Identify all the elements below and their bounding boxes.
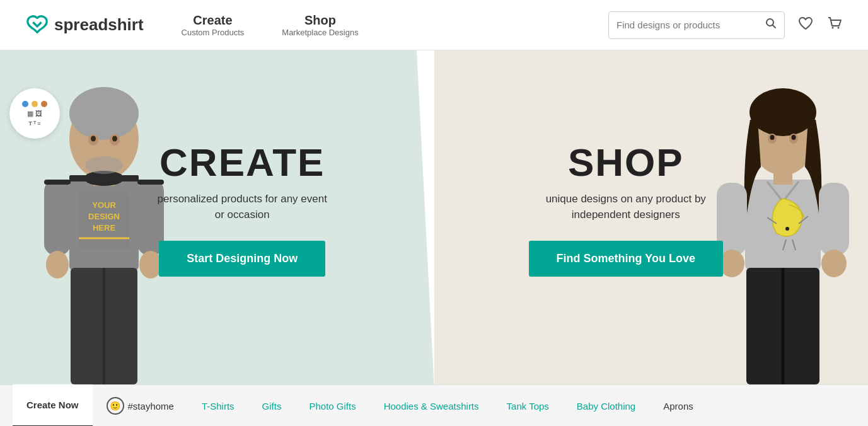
hero-shop-text: SHOP unique designs on any product byind… [529,140,723,277]
svg-line-1 [773,25,776,28]
color-dot-yellow [32,101,38,107]
search-input[interactable] [616,20,765,30]
svg-point-23 [91,136,96,142]
logo-icon [25,13,49,37]
hero-shop-title: SHOP [529,140,723,185]
nav-stayhome[interactable]: 🙂 #stayhome [93,384,188,426]
start-designing-button[interactable]: Start Designing Now [159,241,325,277]
hero-create-subtitle: personalized products for any eventor oc… [158,191,327,223]
cart-icon [826,16,843,31]
nav-shop-sub: Marketplace Designs [282,28,358,37]
widget-color-dots [22,101,47,107]
nav-create-sub: Custom Products [182,28,245,37]
svg-point-30 [749,88,816,136]
svg-point-35 [821,250,847,277]
widget-t1: T [28,120,32,127]
wishlist-button[interactable] [797,16,814,35]
svg-point-42 [785,227,789,231]
design-tool-widget: ▦ 🖼 T T ≡ [9,88,60,139]
svg-rect-26 [44,180,71,185]
smiley-icon: 🙂 [107,397,124,415]
svg-point-34 [719,250,744,277]
svg-point-46 [792,135,796,140]
widget-tool-icons: ▦ 🖼 [27,110,42,118]
hero-section: YOUR DESIGN HERE ▦ [0,50,868,384]
nav-hoodies[interactable]: Hoodies & Sweatshirts [370,384,493,426]
main-nav: Create Custom Products Shop Marketplace … [182,13,608,37]
hero-create-panel: YOUR DESIGN HERE ▦ [0,50,434,384]
svg-point-6 [69,87,139,140]
search-bar [608,11,785,39]
nav-baby-clothing[interactable]: Baby Clothing [563,384,649,426]
category-nav: Create Now 🙂 #stayhome T-Shirts Gifts Ph… [0,384,868,426]
svg-rect-33 [819,183,849,255]
nav-tank-tops[interactable]: Tank Tops [493,384,563,426]
svg-text:HERE: HERE [93,223,115,233]
svg-point-2 [832,26,834,28]
svg-point-10 [46,251,69,279]
hero-create-title: CREATE [158,140,327,185]
logo-text: spreadshirt [54,15,144,35]
svg-point-20 [85,156,123,174]
nav-create[interactable]: Create Custom Products [182,13,245,37]
svg-text:DESIGN: DESIGN [88,212,120,221]
stayhome-label: #stayhome [128,401,174,412]
svg-point-3 [838,26,840,28]
widget-lines: ≡ [37,120,40,127]
cart-button[interactable] [826,16,843,35]
logo[interactable]: spreadshirt [25,13,144,37]
heart-icon [797,16,814,31]
hero-shop-panel: SHOP unique designs on any product byind… [434,50,869,384]
widget-img-icon: 🖼 [35,110,42,118]
widget-t2: T [33,120,36,127]
header-icon-group [797,16,843,35]
hero-create-text: CREATE personalized products for any eve… [158,140,327,277]
svg-point-24 [112,136,117,142]
nav-shop[interactable]: Shop Marketplace Designs [282,13,358,37]
search-icon [765,18,777,29]
nav-tshirts[interactable]: T-Shirts [188,384,248,426]
search-button[interactable] [765,18,777,32]
color-dot-brown [41,101,47,107]
widget-grid-icon: ▦ [27,110,33,118]
nav-aprons[interactable]: Aprons [649,384,707,426]
svg-rect-25 [69,175,139,181]
svg-rect-31 [773,169,792,185]
nav-photo-gifts[interactable]: Photo Gifts [295,384,369,426]
color-dot-blue [22,101,28,107]
header: spreadshirt Create Custom Products Shop … [0,0,868,50]
nav-shop-label: Shop [304,13,336,28]
hero-shop-subtitle: unique designs on any product byindepend… [529,191,723,223]
nav-gifts[interactable]: Gifts [248,384,296,426]
widget-text-options: T T ≡ [28,120,40,127]
svg-rect-8 [44,180,71,255]
svg-point-45 [770,135,775,140]
nav-create-label: Create [193,13,232,28]
svg-text:YOUR: YOUR [92,200,116,210]
nav-create-now[interactable]: Create Now [13,384,93,426]
find-something-button[interactable]: Find Something You Love [529,241,723,277]
woman-figure [698,63,868,384]
